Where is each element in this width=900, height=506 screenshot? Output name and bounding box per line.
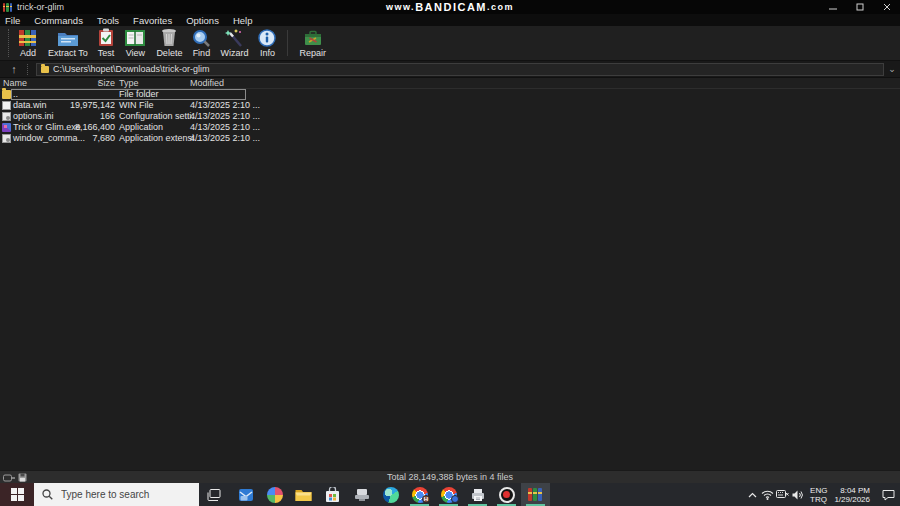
file-size: 166 — [0, 111, 115, 122]
delete-button[interactable]: Delete — [151, 26, 187, 60]
file-modified: 4/13/2025 2:10 ... — [190, 111, 260, 122]
menu-help[interactable]: Help — [233, 15, 253, 26]
file-type: Configuration setti... — [119, 111, 199, 122]
winrar-window: trick-or-glim www.BANDICAM.com File Comm… — [0, 0, 900, 506]
file-row-options-ini[interactable]: options.ini 166 Configuration setti... 4… — [0, 111, 900, 122]
folder-icon — [41, 66, 49, 73]
taskbar-icon-device[interactable] — [347, 483, 376, 506]
touch-keyboard-icon[interactable] — [775, 483, 790, 506]
test-clipboard-icon — [98, 27, 114, 48]
menu-options[interactable]: Options — [186, 15, 219, 26]
file-row-up[interactable]: .. File folder — [0, 89, 900, 100]
wizard-wand-icon — [224, 27, 244, 48]
watermark-prefix: www. — [386, 2, 415, 12]
file-type: WIN File — [119, 100, 154, 111]
minimize-button[interactable] — [828, 2, 838, 12]
file-size: 7,680 — [0, 133, 115, 144]
taskbar: H — [0, 483, 900, 506]
up-arrow-icon: ↑ — [11, 63, 17, 75]
tray-expand-button[interactable] — [745, 483, 760, 506]
language-indicator[interactable]: ENG TRQ — [810, 486, 827, 504]
address-grip — [27, 64, 31, 75]
toolbar-separator — [287, 30, 288, 56]
task-view-button[interactable] — [199, 483, 229, 506]
action-center-button[interactable] — [876, 483, 900, 506]
file-row-window-comma[interactable]: window_comma... 7,680 Application extens… — [0, 133, 900, 144]
copilot-pinwheel-icon — [267, 487, 283, 503]
menu-favorites[interactable]: Favorites — [133, 15, 172, 26]
extract-folder-icon — [57, 27, 79, 48]
search-input[interactable] — [59, 488, 179, 501]
menu-file[interactable]: File — [5, 15, 20, 26]
taskbar-icon-chrome-profile-b[interactable] — [434, 483, 463, 506]
address-dropdown-chevron-icon[interactable]: ⌄ — [886, 64, 898, 74]
file-row-trick-or-glim-exe[interactable]: Trick or Glim.exe 8,166,400 Application … — [0, 122, 900, 133]
address-bar[interactable]: C:\Users\hopet\Downloads\trick-or-glim — [36, 63, 884, 76]
taskbar-search[interactable] — [34, 483, 199, 506]
clock-date: 1/29/2026 — [834, 495, 870, 504]
delete-trash-icon — [161, 27, 177, 48]
column-header-modified[interactable]: Modified — [190, 78, 224, 89]
clock-time: 8:04 PM — [834, 486, 870, 495]
taskbar-icon-mail[interactable] — [231, 483, 260, 506]
language-bottom: TRQ — [810, 495, 827, 504]
start-button[interactable] — [0, 483, 34, 506]
search-icon — [42, 489, 53, 500]
info-circle-icon — [258, 27, 276, 48]
view-book-icon — [124, 27, 146, 48]
add-button[interactable]: Add — [13, 26, 43, 60]
repair-toolbox-icon — [304, 27, 322, 48]
taskbar-icon-chrome-profile-h[interactable]: H — [405, 483, 434, 506]
taskbar-icon-bandicam[interactable] — [492, 483, 521, 506]
volume-icon[interactable] — [790, 483, 805, 506]
view-button-label: View — [126, 48, 145, 59]
menu-tools[interactable]: Tools — [97, 15, 119, 26]
up-directory-button[interactable]: ↑ — [4, 62, 24, 77]
file-type: Application — [119, 122, 163, 133]
test-button-label: Test — [98, 48, 115, 59]
taskbar-icon-winrar[interactable] — [521, 483, 550, 506]
chrome-profile-badge: H — [422, 495, 430, 503]
status-bar: Total 28,149,388 bytes in 4 files — [0, 470, 900, 483]
file-size: 19,975,142 — [0, 100, 115, 111]
file-modified: 4/13/2025 2:10 ... — [190, 133, 260, 144]
wifi-icon[interactable] — [760, 483, 775, 506]
file-name: .. — [13, 89, 18, 100]
find-magnifier-icon — [192, 27, 210, 48]
taskbar-icon-file-explorer[interactable] — [289, 483, 318, 506]
toolbar-grip — [8, 29, 11, 57]
info-button-label: Info — [260, 48, 275, 59]
file-modified: 4/13/2025 2:10 ... — [190, 122, 260, 133]
extract-to-button[interactable]: Extract To — [43, 26, 93, 60]
view-button[interactable]: View — [119, 26, 151, 60]
bandicam-record-icon — [499, 487, 515, 503]
file-size: 8,166,400 — [0, 122, 115, 133]
maximize-button[interactable] — [855, 2, 865, 12]
language-top: ENG — [810, 486, 827, 495]
watermark-suffix: .com — [487, 2, 514, 12]
add-button-label: Add — [20, 48, 36, 59]
extract-to-button-label: Extract To — [48, 48, 88, 59]
folder-icon — [2, 90, 11, 99]
wizard-button[interactable]: Wizard — [215, 26, 253, 60]
chevron-up-icon — [748, 492, 757, 498]
find-button[interactable]: Find — [187, 26, 215, 60]
menu-commands[interactable]: Commands — [34, 15, 83, 26]
wizard-button-label: Wizard — [220, 48, 248, 59]
taskbar-icon-copilot[interactable] — [260, 483, 289, 506]
taskbar-icon-printer[interactable] — [463, 483, 492, 506]
column-header-size[interactable]: Size — [0, 78, 115, 89]
file-list: .. File folder data.win 19,975,142 WIN F… — [0, 89, 900, 144]
window-controls — [828, 0, 896, 14]
winrar-books-icon — [528, 488, 543, 501]
file-row-data-win[interactable]: data.win 19,975,142 WIN File 4/13/2025 2… — [0, 100, 900, 111]
test-button[interactable]: Test — [93, 26, 120, 60]
column-header-type[interactable]: Type — [119, 78, 139, 89]
taskbar-icon-edge[interactable] — [376, 483, 405, 506]
task-view-icon — [207, 489, 221, 501]
info-button[interactable]: Info — [253, 26, 281, 60]
repair-button[interactable]: Repair — [294, 26, 331, 60]
taskbar-icon-store[interactable] — [318, 483, 347, 506]
close-button[interactable] — [882, 2, 892, 12]
taskbar-clock[interactable]: 8:04 PM 1/29/2026 — [834, 486, 870, 504]
